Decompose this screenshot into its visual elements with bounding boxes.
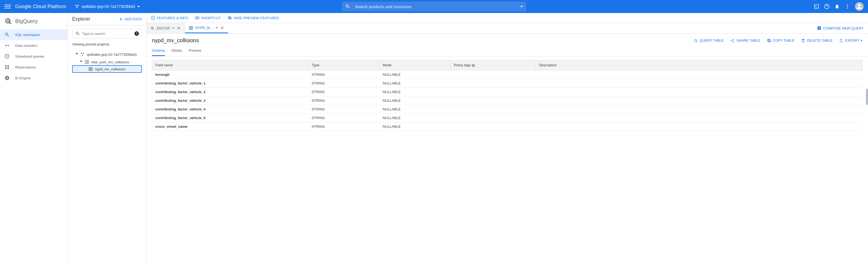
help-icon[interactable]: ?	[134, 31, 139, 36]
features-info-button[interactable]: FEATURES & INFO	[151, 16, 188, 20]
subtab-details[interactable]: Details	[172, 46, 182, 56]
search-input[interactable]	[355, 4, 518, 9]
cell-policy	[450, 79, 535, 87]
nav-data-transfers[interactable]: Data transfers	[0, 40, 67, 51]
nav-label: Reservations	[15, 65, 36, 69]
action-label: SHARE TABLE	[736, 38, 760, 42]
features-info-label: FEATURES & INFO	[157, 16, 188, 20]
chevron-down-icon	[137, 6, 140, 7]
nav-sql-workspace[interactable]: SQL workspace	[0, 29, 67, 40]
explorer-panel: Explorer ADD DATA ? Viewing pinned proje…	[68, 13, 147, 262]
cell-mode: NULLABLE	[379, 70, 451, 79]
shortcut-button[interactable]: SHORTCUT	[195, 16, 220, 20]
svg-rect-25	[87, 63, 88, 63]
svg-rect-38	[196, 18, 198, 18]
cell-policy	[450, 122, 535, 131]
cell-desc	[536, 87, 863, 96]
tab-label: NYPD_M…	[195, 26, 214, 30]
help-icon[interactable]	[824, 4, 830, 9]
table-row[interactable]: contributing_factor_vehicle_3 STRING NUL…	[152, 96, 863, 105]
query-icon	[693, 38, 698, 43]
document-tabs: EDITOR NYPD_M… COMPOSE NEW QUERY	[147, 23, 868, 34]
svg-rect-54	[473, 65, 473, 66]
cell-mode: NULLABLE	[379, 105, 451, 113]
explorer-body: ? Viewing pinned projects. qwiklabs-gcp-…	[68, 26, 146, 262]
tab-table[interactable]: NYPD_M…	[185, 23, 228, 33]
delete-table-button[interactable]: DELETE TABLE	[801, 38, 833, 43]
nav-reservations[interactable]: Reservations	[0, 62, 67, 73]
chevron-down-icon[interactable]	[860, 40, 863, 41]
project-picker[interactable]: qwiklabs-gcp-02-7a277303bbd1	[73, 3, 142, 10]
subtab-schema[interactable]: Schema	[152, 46, 165, 56]
notifications-icon[interactable]	[834, 4, 840, 9]
cell-field: contributing_factor_vehicle_1	[152, 79, 308, 87]
table-row[interactable]: contributing_factor_vehicle_5 STRING NUL…	[152, 113, 863, 122]
action-label: COPY TABLE	[773, 38, 795, 42]
share-table-button[interactable]: SHARE TABLE	[730, 38, 760, 43]
compose-label: COMPOSE NEW QUERY	[823, 26, 864, 30]
svg-rect-51	[768, 40, 770, 42]
col-desc: Description	[536, 60, 863, 70]
cell-type: STRING	[308, 87, 379, 96]
copy-table-button[interactable]: COPY TABLE	[767, 38, 795, 43]
cell-mode: NULLABLE	[379, 113, 451, 122]
subtab-preview[interactable]: Preview	[188, 46, 201, 56]
plus-icon	[817, 26, 822, 30]
cell-mode: NULLABLE	[379, 87, 451, 96]
chevron-down-icon[interactable]	[520, 6, 523, 7]
cloud-shell-icon[interactable]	[814, 4, 819, 9]
export-button[interactable]: EXPORT	[839, 38, 863, 43]
action-label: DELETE TABLE	[807, 38, 833, 42]
tree-project[interactable]: qwiklabs-gcp-02-7a277303bbd1	[74, 50, 140, 58]
svg-rect-31	[153, 17, 153, 19]
explorer-search-input[interactable]	[82, 32, 134, 36]
chevron-down-icon[interactable]	[172, 28, 175, 29]
menu-icon[interactable]	[4, 3, 11, 10]
close-icon[interactable]	[220, 26, 224, 30]
cell-type: STRING	[308, 79, 379, 87]
bigquery-header: BigQuery	[0, 16, 67, 29]
gcp-topbar: Google Cloud Platform qwiklabs-gcp-02-7a…	[0, 0, 868, 13]
table-row[interactable]: contributing_factor_vehicle_4 STRING NUL…	[152, 105, 863, 113]
svg-point-32	[153, 17, 153, 17]
chevron-down-icon[interactable]	[216, 27, 218, 28]
cell-type: STRING	[308, 96, 379, 105]
chevron-down-icon[interactable]	[80, 61, 83, 63]
svg-rect-15	[8, 68, 9, 69]
clock-icon	[4, 53, 10, 59]
svg-point-5	[847, 6, 848, 7]
svg-rect-8	[7, 20, 7, 22]
info-icon[interactable]	[471, 64, 475, 67]
chevron-down-icon[interactable]	[75, 53, 78, 56]
table-icon	[88, 67, 93, 71]
nav-label: BI Engine	[15, 76, 30, 80]
add-data-button[interactable]: ADD DATA	[119, 17, 142, 22]
table-row[interactable]: contributing_factor_vehicle_2 STRING NUL…	[152, 87, 863, 96]
nav-scheduled-queries[interactable]: Scheduled queries	[0, 51, 67, 62]
svg-rect-33	[195, 17, 199, 19]
close-icon[interactable]	[177, 26, 181, 30]
info-icon	[151, 16, 155, 20]
table-row[interactable]: cross_street_name STRING NULLABLE	[152, 122, 863, 131]
cell-desc	[536, 70, 863, 79]
cell-policy	[450, 96, 535, 105]
tree-dataset[interactable]: new_york_mv_collisions	[74, 58, 140, 66]
scrollbar-thumb[interactable]	[866, 89, 868, 105]
tree-table[interactable]: nypd_mv_collisions	[72, 65, 142, 73]
table-row[interactable]: contributing_factor_vehicle_1 STRING NUL…	[152, 79, 863, 87]
hide-preview-button[interactable]: HIDE PREVIEW FEATURES	[227, 16, 279, 20]
tab-editor[interactable]: EDITOR	[147, 23, 185, 33]
query-icon	[150, 26, 155, 30]
explorer-search[interactable]: ?	[72, 29, 142, 38]
project-name: qwiklabs-gcp-02-7a277303bbd1	[82, 4, 135, 9]
avatar[interactable]	[855, 2, 864, 11]
table-row[interactable]: borough STRING NULLABLE	[152, 70, 863, 79]
cell-mode: NULLABLE	[379, 122, 451, 131]
cell-type: STRING	[308, 70, 379, 79]
search-icon	[4, 32, 10, 37]
compose-query-button[interactable]: COMPOSE NEW QUERY	[817, 26, 864, 30]
search-box[interactable]	[342, 2, 526, 11]
query-table-button[interactable]: QUERY TABLE	[693, 38, 724, 43]
nav-bi-engine[interactable]: BI Engine	[0, 73, 67, 83]
more-icon[interactable]	[845, 4, 850, 9]
